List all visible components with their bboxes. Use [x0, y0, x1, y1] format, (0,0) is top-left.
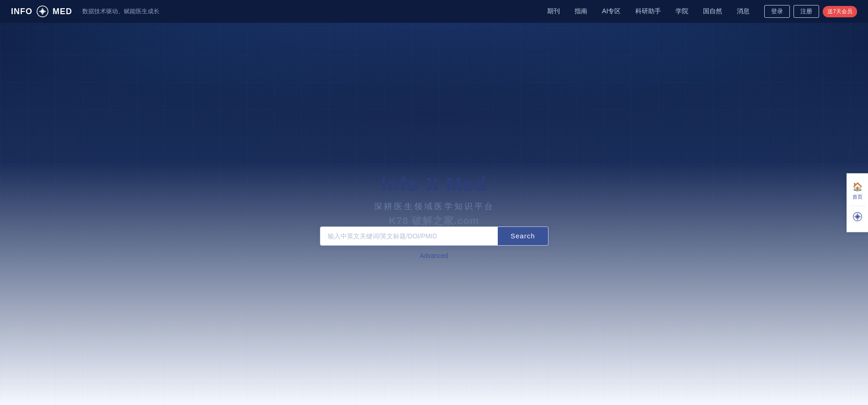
- nav-academy[interactable]: 学院: [676, 7, 688, 16]
- hero-section: Info X Med 深耕医生领域医学知识平台 Search Advanced …: [0, 0, 868, 405]
- advanced-search-link[interactable]: Advanced: [420, 252, 448, 259]
- home-icon: 🏠: [852, 181, 863, 191]
- nav-research[interactable]: 科研助手: [635, 7, 661, 16]
- search-bar: Search: [320, 226, 548, 246]
- login-button[interactable]: 登录: [764, 5, 790, 18]
- float-logo-item[interactable]: [847, 207, 868, 228]
- hero-title: Info X Med: [381, 174, 487, 195]
- trial-button[interactable]: 送7天会员: [823, 6, 857, 17]
- nav-guide[interactable]: 指南: [575, 7, 587, 16]
- float-brand-icon: [852, 211, 863, 224]
- nav-journal[interactable]: 期刊: [547, 7, 560, 16]
- float-home-item[interactable]: 🏠 首页: [847, 177, 868, 205]
- nav-actions: 登录 注册 送7天会员: [764, 5, 857, 18]
- brand-icon: [36, 5, 49, 18]
- brand-med-text: MED: [53, 7, 72, 16]
- brand-logo[interactable]: INFO MED 数据技术驱动、赋能医生成长: [11, 5, 160, 18]
- nav-nsf[interactable]: 国自然: [703, 7, 722, 16]
- hero-content: Info X Med 深耕医生领域医学知识平台 Search Advanced: [320, 174, 548, 259]
- nav-ai[interactable]: AI专区: [602, 7, 621, 16]
- float-home-label: 首页: [852, 193, 863, 200]
- main-nav: 期刊 指南 AI专区 科研助手 学院 国自然 消息: [547, 7, 750, 16]
- brand-slogan: 数据技术驱动、赋能医生成长: [82, 7, 160, 16]
- sidebar-divider: [849, 205, 866, 206]
- nav-message[interactable]: 消息: [737, 7, 750, 16]
- search-input[interactable]: [320, 227, 498, 245]
- hero-subtitle: 深耕医生领域医学知识平台: [374, 201, 495, 212]
- svg-point-1: [42, 11, 44, 13]
- search-button[interactable]: Search: [498, 227, 548, 245]
- register-button[interactable]: 注册: [793, 5, 819, 18]
- svg-point-3: [857, 216, 858, 217]
- navbar: INFO MED 数据技术驱动、赋能医生成长 期刊 指南 AI专区 科研助手 学…: [0, 0, 868, 23]
- brand-info-text: INFO: [11, 7, 32, 16]
- sidebar-float: 🏠 首页: [847, 173, 868, 232]
